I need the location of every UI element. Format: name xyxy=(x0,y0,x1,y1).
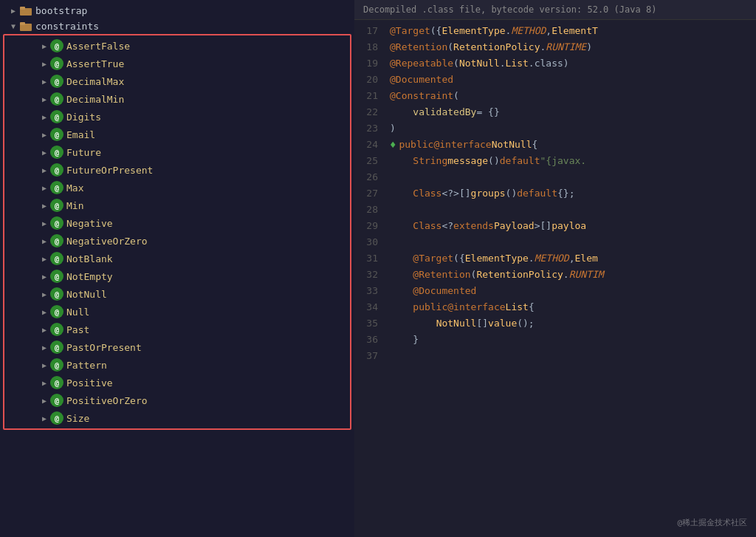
code-token: @Target xyxy=(413,250,453,267)
editor-title: Decompiled .class file, bytecode version… xyxy=(363,4,656,15)
line-num: 27 xyxy=(360,185,378,202)
tree-item-pastorpresent[interactable]: ▶ @ PastOrPresent xyxy=(4,338,350,356)
tree-item-size[interactable]: ▶ @ Size xyxy=(4,409,350,427)
code-line-27: Class<?>[] groups() default {}; xyxy=(390,185,750,202)
tree-item-constraints[interactable]: ▼ constraints xyxy=(0,18,354,34)
tree-item-pattern[interactable]: ▶ @ Pattern xyxy=(4,356,350,374)
folder-open-icon xyxy=(19,21,32,32)
bookmark-icon: ♦ xyxy=(390,137,396,153)
code-token xyxy=(390,299,413,315)
item-label: Past xyxy=(66,324,89,335)
code-token: NotNull xyxy=(436,315,477,332)
line-num: 37 xyxy=(360,348,378,364)
tree-item-null[interactable]: ▶ @ Null xyxy=(4,303,350,321)
main-container: ▶ bootstrap ▼ constraints xyxy=(0,0,756,537)
tree-item-notnull[interactable]: ▶ @ NotNull xyxy=(4,285,350,303)
chevron-right-icon: ▶ xyxy=(38,166,50,174)
tree-item-bootstrap[interactable]: ▶ bootstrap xyxy=(0,3,354,18)
code-token: { xyxy=(532,137,537,153)
code-line-18: @Retention(RetentionPolicy.RUNTIME) xyxy=(390,39,750,55)
tree-item-negative[interactable]: ▶ @ Negative xyxy=(4,214,350,232)
tree-item-negativeorzero[interactable]: ▶ @ NegativeOrZero xyxy=(4,232,350,250)
code-token: extends xyxy=(453,218,494,234)
tree-item-notempty[interactable]: ▶ @ NotEmpty xyxy=(4,267,350,285)
line-num: 25 xyxy=(360,153,378,169)
code-token: List xyxy=(506,299,529,315)
chevron-right-icon: ▶ xyxy=(38,202,50,210)
code-token: @Retention xyxy=(413,267,470,283)
code-token: Elem xyxy=(574,250,597,267)
line-num: 30 xyxy=(360,234,378,250)
line-num: 26 xyxy=(360,169,378,185)
code-token: @Repeatable xyxy=(390,55,453,72)
annotation-icon: @ xyxy=(50,341,63,354)
code-line-29: Class<? extends Payload>[] payloa xyxy=(390,218,750,234)
chevron-right-icon: ▶ xyxy=(38,326,50,334)
code-token: value xyxy=(488,315,517,332)
code-token: . xyxy=(540,39,546,55)
chevron-right-icon: ▶ xyxy=(38,78,50,86)
code-token: ({ xyxy=(430,23,442,39)
tree-item-positive[interactable]: ▶ @ Positive xyxy=(4,374,350,391)
file-tree: ▶ bootstrap ▼ constraints xyxy=(0,0,354,537)
item-label: NotEmpty xyxy=(66,271,113,282)
editor-header: Decompiled .class file, bytecode version… xyxy=(354,0,756,20)
code-token: Payload xyxy=(494,218,535,234)
tree-item-future[interactable]: ▶ @ Future xyxy=(4,143,350,161)
code-token: (); xyxy=(517,315,534,332)
chevron-right-icon: ▶ xyxy=(38,414,50,423)
chevron-right-icon: ▶ xyxy=(38,308,50,316)
item-label: PastOrPresent xyxy=(66,342,142,353)
item-label: AssertTrue xyxy=(66,58,124,69)
chevron-right-icon: ▶ xyxy=(38,131,50,139)
tree-item-asserttrue[interactable]: ▶ @ AssertTrue xyxy=(4,55,350,72)
code-token: @interface xyxy=(433,137,491,153)
code-token: () xyxy=(488,153,500,169)
tree-item-past[interactable]: ▶ @ Past xyxy=(4,321,350,338)
code-token: RetentionPolicy xyxy=(453,39,540,55)
annotation-icon: @ xyxy=(50,216,63,230)
item-label: Email xyxy=(66,129,95,140)
code-line-24: ♦ public @interface NotNull { xyxy=(390,137,750,153)
chevron-right-icon: ▶ xyxy=(38,148,50,157)
chevron-right-icon: ▶ xyxy=(38,237,50,245)
code-token: <? xyxy=(441,218,453,234)
tree-item-positiveorzero[interactable]: ▶ @ PositiveOrZero xyxy=(4,391,350,409)
item-label: Min xyxy=(66,200,83,211)
code-token: payloa xyxy=(551,218,586,234)
chevron-right-icon: ▶ xyxy=(38,42,50,50)
code-token: message xyxy=(447,153,488,169)
tree-item-decimalmin[interactable]: ▶ @ DecimalMin xyxy=(4,90,350,108)
code-token: () xyxy=(506,185,518,202)
folder-icon xyxy=(19,6,32,16)
code-token: . xyxy=(506,23,512,39)
code-token: ) xyxy=(390,120,396,137)
line-num: 17 xyxy=(360,23,378,39)
chevron-right-icon: ▶ xyxy=(38,343,50,352)
tree-item-digits[interactable]: ▶ @ Digits xyxy=(4,108,350,126)
code-token: @interface xyxy=(447,299,505,315)
code-token: {}; xyxy=(557,185,574,202)
tree-item-assertfalse[interactable]: ▶ @ AssertFalse xyxy=(4,37,350,55)
annotation-icon: @ xyxy=(50,287,63,301)
annotation-icon: @ xyxy=(50,199,63,212)
code-line-37 xyxy=(390,348,750,364)
tree-item-decimalmax[interactable]: ▶ @ DecimalMax xyxy=(4,72,350,90)
code-token xyxy=(390,283,413,299)
tree-item-min[interactable]: ▶ @ Min xyxy=(4,196,350,214)
code-token xyxy=(390,218,413,234)
item-label: NegativeOrZero xyxy=(66,236,148,247)
code-line-20: @Documented xyxy=(390,72,750,88)
code-token: = {} xyxy=(476,104,499,120)
tree-item-max[interactable]: ▶ @ Max xyxy=(4,179,350,196)
line-num: 22 xyxy=(360,104,378,120)
line-num: 33 xyxy=(360,283,378,299)
tree-item-notblank[interactable]: ▶ @ NotBlank xyxy=(4,250,350,267)
code-line-36: } xyxy=(390,332,750,348)
annotation-icon: @ xyxy=(50,394,63,407)
annotation-icon: @ xyxy=(50,128,63,141)
line-num: 28 xyxy=(360,202,378,218)
tree-item-futureorpresent[interactable]: ▶ @ FutureOrPresent xyxy=(4,161,350,179)
annotation-icon: @ xyxy=(50,358,63,372)
tree-item-email[interactable]: ▶ @ Email xyxy=(4,126,350,143)
